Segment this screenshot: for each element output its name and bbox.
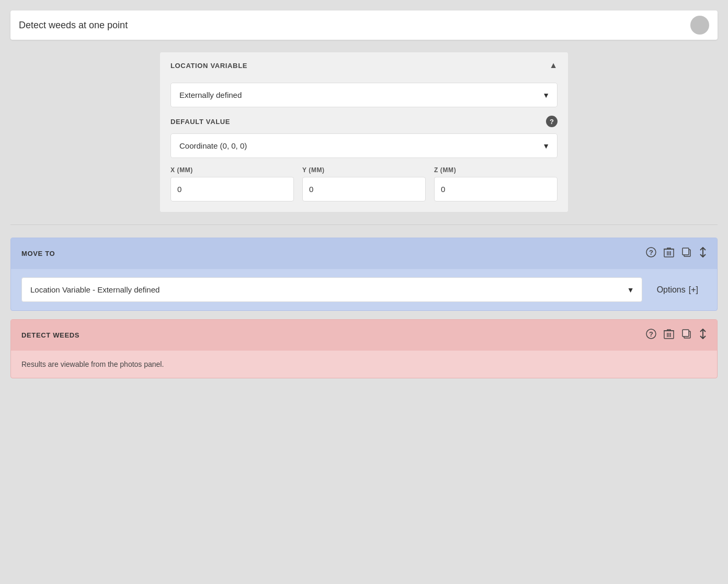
- panel-body: Externally defined ▼ DEFAULT VALUE ? Coo…: [160, 78, 568, 212]
- title-bar: Detect weeds at one point: [10, 10, 718, 40]
- x-label: X (MM): [170, 166, 294, 174]
- coords-row: X (MM) Y (MM) Z (MM): [170, 166, 558, 201]
- detect-weeds-title: DETECT WEEDS: [21, 331, 79, 339]
- panel-header-title: LOCATION VARIABLE: [170, 62, 247, 70]
- move-to-select[interactable]: Location Variable - Externally defined: [22, 278, 642, 301]
- move-to-row: Location Variable - Externally defined ▼…: [21, 277, 707, 302]
- x-input[interactable]: [170, 177, 294, 201]
- y-input[interactable]: [302, 177, 426, 201]
- detect-weeds-header: DETECT WEEDS ?: [11, 320, 717, 351]
- svg-text:?: ?: [649, 330, 653, 338]
- default-value-label: DEFAULT VALUE: [170, 118, 230, 126]
- detect-weeds-text: Results are viewable from the photos pan…: [21, 359, 707, 369]
- options-button[interactable]: Options [+]: [649, 279, 707, 301]
- location-variable-panel: LOCATION VARIABLE ▲ Externally defined ▼…: [160, 52, 568, 212]
- section-divider: [10, 224, 718, 225]
- svg-rect-8: [682, 248, 689, 255]
- x-coord-group: X (MM): [170, 166, 294, 201]
- options-label: Options: [657, 285, 686, 295]
- move-to-select-wrapper: Location Variable - Externally defined ▼: [21, 277, 642, 302]
- detect-weeds-help-icon[interactable]: ?: [646, 329, 656, 342]
- detect-weeds-block: DETECT WEEDS ?: [10, 319, 718, 378]
- detect-weeds-icons: ?: [646, 328, 707, 342]
- detect-weeds-delete-icon[interactable]: [664, 328, 674, 342]
- detect-weeds-body: Results are viewable from the photos pan…: [11, 351, 717, 378]
- title-bar-circle[interactable]: [690, 16, 709, 35]
- panel-header: LOCATION VARIABLE ▲: [160, 52, 568, 78]
- detect-weeds-copy-icon[interactable]: [681, 329, 692, 342]
- default-value-row: DEFAULT VALUE ?: [170, 116, 558, 127]
- collapse-icon[interactable]: ▲: [549, 61, 558, 70]
- location-type-select[interactable]: Externally defined: [171, 83, 557, 107]
- move-to-title: MOVE TO: [21, 250, 55, 257]
- svg-rect-18: [682, 330, 689, 336]
- options-expand-icon: [+]: [689, 285, 698, 295]
- coordinate-select[interactable]: Coordinate (0, 0, 0): [171, 134, 557, 158]
- move-to-icons: ?: [646, 246, 707, 261]
- detect-weeds-reorder-icon[interactable]: [699, 329, 707, 342]
- y-coord-group: Y (MM): [302, 166, 426, 201]
- move-to-body: Location Variable - Externally defined ▼…: [11, 269, 717, 310]
- default-value-help-icon[interactable]: ?: [546, 116, 558, 127]
- page-title: Detect weeds at one point: [19, 20, 690, 31]
- coordinate-select-wrapper: Coordinate (0, 0, 0) ▼: [170, 133, 558, 158]
- z-coord-group: Z (MM): [434, 166, 558, 201]
- y-label: Y (MM): [302, 166, 426, 174]
- location-type-select-wrapper: Externally defined ▼: [170, 83, 558, 107]
- move-to-reorder-icon[interactable]: [699, 247, 707, 260]
- move-to-header: MOVE TO ?: [11, 238, 717, 269]
- move-to-block: MOVE TO ?: [10, 238, 718, 311]
- move-to-delete-icon[interactable]: [664, 246, 674, 261]
- move-to-copy-icon[interactable]: [681, 247, 692, 260]
- svg-text:?: ?: [649, 249, 653, 256]
- z-label: Z (MM): [434, 166, 558, 174]
- move-to-help-icon[interactable]: ?: [646, 247, 656, 260]
- z-input[interactable]: [434, 177, 558, 201]
